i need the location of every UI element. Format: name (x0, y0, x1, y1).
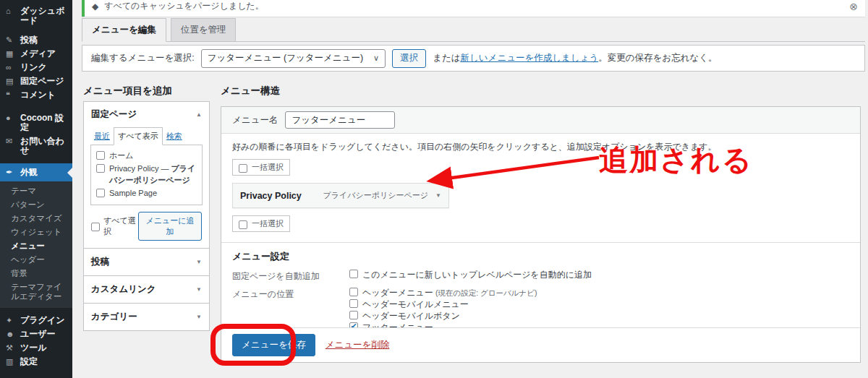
sidebar-item-users[interactable]: ☻ ユーザー (0, 327, 72, 341)
add-menu-items-panel: 固定ページ ▲ 最近 すべて表示 検索 ホーム Privacy Policy —… (83, 101, 210, 331)
location-label: フッターメニュー (362, 322, 433, 327)
sidebar-item-media[interactable]: ▦ メディア (0, 47, 72, 61)
bulk-select-label: 一括選択 (252, 162, 284, 173)
checkbox-home[interactable] (96, 151, 105, 160)
menu-item-title: Privacy Policy (240, 191, 323, 201)
sidebar-item-label: 投稿 (20, 35, 38, 45)
tools-icon: ⚒ (6, 343, 15, 353)
accordion-posts[interactable]: 投稿 ▼ (84, 248, 209, 275)
submenu-item-header[interactable]: ヘッダー (0, 253, 72, 267)
structure-panel-footer: メニューを保存 メニューを削除 (221, 327, 860, 362)
menu-item-privacy-policy[interactable]: Privacy Policy プライバシーポリシーページ ▼ (232, 183, 449, 208)
menu-structure-body: 好みの順番に各項目をドラッグしてください。項目の右側の矢印をクリックすると、追加… (221, 134, 860, 327)
add-menu-items-title: メニュー項目を追加 (83, 85, 172, 98)
location-option: ✔ フッターメニュー (349, 322, 849, 327)
accordion-pages[interactable]: 固定ページ ▲ (84, 102, 209, 127)
bulk-select-toggle[interactable]: 一括選択 (232, 215, 290, 232)
cocoon-icon: ● (6, 113, 15, 123)
delete-menu-link[interactable]: メニューを削除 (326, 339, 390, 351)
tab-edit-menus[interactable]: メニューを編集 (82, 18, 166, 42)
sidebar-item-links[interactable]: ∞ リンク (0, 61, 72, 74)
litespeed-logo-icon: ◆ (92, 1, 98, 12)
page-checkbox-item: Privacy Policy — プライバシーポリシーページ (96, 163, 197, 186)
location-option: ヘッダーメニュー (現在の設定: グローバルナビ) (349, 288, 849, 298)
dismiss-notice-icon[interactable]: ⊗ (849, 1, 858, 12)
auto-add-option: このメニューに新しいトップレベルページを自動的に追加 (349, 270, 849, 280)
select-all-label: すべて選択 (103, 215, 138, 237)
comments-icon: ❝ (6, 90, 15, 100)
location-label: ヘッダーモバイルメニュー (362, 299, 469, 309)
chevron-up-icon[interactable]: ▲ (196, 111, 202, 118)
submenu-item-background[interactable]: 背景 (0, 267, 72, 280)
page-checkbox-item: Sample Page (96, 187, 197, 199)
accordion-custom-links-label: カスタムリンク (91, 283, 156, 296)
chevron-down-icon[interactable]: ▼ (435, 192, 441, 199)
page-checkbox-item: ホーム (96, 150, 197, 161)
sidebar-item-pages[interactable]: ▤ 固定ページ (0, 74, 72, 88)
checkbox-bulk-select[interactable] (239, 220, 247, 229)
menu-select-label: 編集するメニューを選択: (91, 52, 195, 64)
appearance-submenu: テーマ パターン カスタマイズ ウィジェット メニュー ヘッダー 背景 テーマフ… (0, 181, 72, 308)
accordion-categories[interactable]: カテゴリー ▼ (84, 303, 209, 330)
submenu-item-theme-file-editor[interactable]: テーマファイルエディター (0, 280, 72, 304)
user-icon: ☻ (6, 330, 15, 339)
location-option: ヘッダーモバイルボタン (349, 311, 849, 321)
menu-name-input[interactable] (285, 111, 395, 129)
sidebar-item-appearance[interactable]: ✒ 外観 (0, 163, 72, 181)
submenu-item-customize[interactable]: カスタマイズ (0, 212, 72, 225)
sidebar-item-contact[interactable]: ✉ お問い合わせ (0, 134, 72, 158)
sidebar-item-label: 設定 (20, 357, 38, 366)
sidebar-item-label: 固定ページ (20, 77, 64, 86)
chevron-down-icon[interactable]: ▼ (196, 314, 202, 320)
tab-search[interactable]: 検索 (163, 128, 186, 145)
create-new-menu-link[interactable]: 新しいメニューを作成しましょう (461, 53, 599, 63)
mail-icon: ✉ (6, 137, 15, 146)
chevron-down-icon[interactable]: ▼ (196, 286, 202, 293)
checkbox-select-all[interactable] (91, 223, 100, 231)
tab-manage-locations[interactable]: 位置を管理 (171, 18, 237, 42)
location-label: ヘッダーモバイルボタン (362, 311, 460, 321)
accordion-custom-links[interactable]: カスタムリンク ▼ (84, 275, 209, 303)
menu-select-dropdown[interactable]: フッターメニュー (フッターメニュー) ∨ (201, 49, 386, 68)
sidebar-item-dashboard[interactable]: ⌂ ダッシュボード (0, 4, 72, 27)
checkbox-header-mobile-menu[interactable] (349, 299, 358, 308)
checkbox-header-menu[interactable] (349, 288, 358, 296)
menu-locations-row: メニューの位置 ヘッダーメニュー (現在の設定: グローバルナビ) ヘッダーモバ… (232, 288, 849, 327)
location-option: ヘッダーモバイルメニュー (349, 299, 849, 309)
sidebar-item-cocoon-settings[interactable]: ● Cocoon 設定 (0, 111, 72, 134)
add-to-menu-button[interactable]: メニューに追加 (138, 212, 202, 241)
tab-view-all[interactable]: すべて表示 (114, 127, 163, 145)
select-menu-button[interactable]: 選択 (392, 49, 426, 68)
accordion-categories-label: カテゴリー (91, 311, 137, 323)
page-item-label: Sample Page (109, 187, 157, 199)
sidebar-item-posts[interactable]: ✎ 投稿 (0, 33, 72, 47)
sidebar-item-label: リンク (20, 63, 47, 72)
location-label: ヘッダーメニュー (現在の設定: グローバルナビ) (362, 288, 537, 298)
menu-settings-title: メニュー設定 (232, 250, 849, 263)
checkbox-bulk-select[interactable] (239, 164, 247, 173)
submenu-item-patterns[interactable]: パターン (0, 198, 72, 212)
accordion-pages-label: 固定ページ (91, 108, 137, 121)
pages-quick-tabs: 最近 すべて表示 検索 (90, 127, 203, 145)
submenu-item-themes[interactable]: テーマ (0, 184, 72, 198)
chevron-down-icon[interactable]: ▼ (196, 259, 202, 265)
or-text: または新しいメニューを作成しましょう。変更の保存をお忘れなく。 (433, 52, 717, 64)
sidebar-item-comments[interactable]: ❝ コメント (0, 88, 72, 102)
checkbox-header-mobile-button[interactable] (349, 311, 358, 319)
sidebar-item-tools[interactable]: ⚒ ツール (0, 341, 72, 355)
checkbox-auto-add[interactable] (349, 270, 358, 278)
save-menu-button[interactable]: メニューを保存 (232, 334, 315, 356)
tab-most-recent[interactable]: 最近 (90, 128, 114, 145)
drag-instruction-text: 好みの順番に各項目をドラッグしてください。項目の右側の矢印をクリックすると、追加… (232, 141, 849, 153)
checkbox-privacy-policy[interactable] (96, 164, 105, 173)
submenu-item-widgets[interactable]: ウィジェット (0, 225, 72, 239)
main-content: ◆ すべてのキャッシュをパージしました。 ⊗ メニューを編集 位置を管理 編集す… (72, 0, 868, 378)
accordion-posts-label: 投稿 (91, 256, 109, 268)
checkbox-sample-page[interactable] (96, 189, 105, 197)
bulk-select-toggle[interactable]: 一括選択 (232, 159, 290, 176)
appearance-icon: ✒ (6, 168, 15, 177)
sidebar-item-settings[interactable]: ▥ 設定 (0, 355, 72, 369)
checkbox-footer-menu[interactable]: ✔ (349, 322, 358, 327)
submenu-item-menus[interactable]: メニュー (0, 239, 72, 253)
sidebar-item-plugins[interactable]: ✦ プラグイン (0, 314, 72, 327)
